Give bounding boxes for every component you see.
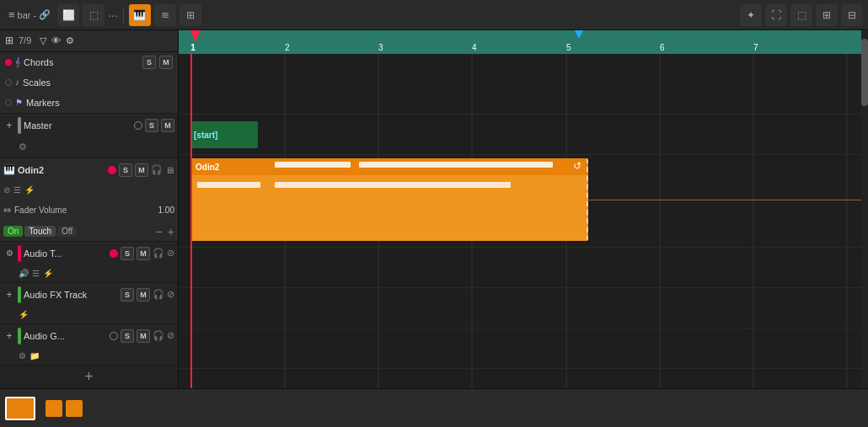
odin2-track-row: 🎹 Odin2 S M 🎧 🖥 ⊘ ☰ ⚡ ⇔ Fader Volume 1.0…	[0, 158, 178, 242]
fit-btn[interactable]: ⬚	[790, 4, 812, 26]
master-sub-row: ⚙	[0, 137, 178, 157]
odin2-clip[interactable]: Odin2 ↺	[190, 158, 588, 241]
plus-btn[interactable]: +	[168, 225, 174, 238]
on-btn[interactable]: On	[3, 226, 23, 237]
audiofx-fx-icon: ⚡	[19, 310, 29, 319]
layout-btn-2[interactable]: ⊟	[841, 4, 863, 26]
fader-row: ⇔ Fader Volume 1.00	[0, 199, 178, 222]
odin2-record-dot[interactable]	[108, 166, 116, 174]
scrollbar-thumb[interactable]	[861, 39, 868, 106]
ruler-2: 2	[285, 43, 290, 52]
chords-s-btn[interactable]: S	[142, 56, 156, 69]
start-clip-bg: [start]	[190, 121, 258, 148]
master-color-bar	[18, 117, 21, 134]
audiogroup-s-btn[interactable]: S	[121, 329, 134, 343]
odin2-headphone-icon[interactable]: 🎧	[151, 164, 163, 175]
mini-clip-2[interactable]	[66, 400, 83, 417]
settings-icon[interactable]: ⚙	[66, 35, 74, 46]
odin2-m-btn[interactable]: M	[135, 163, 148, 177]
markers-track-row: ⚑ Markers	[0, 93, 178, 113]
audiofx-headphone-icon[interactable]: 🎧	[153, 289, 164, 300]
odin2-clip-body	[190, 175, 588, 241]
grid-btn[interactable]: ⊞	[179, 4, 201, 26]
bottom-bar	[0, 388, 868, 427]
fader-icon: ⇔	[3, 205, 11, 216]
audiofx-s-btn[interactable]: S	[121, 288, 134, 302]
start-clip[interactable]: [start]	[190, 121, 258, 148]
piano-roll-btn[interactable]: 🎹	[129, 4, 151, 26]
audio-headphone-icon[interactable]: 🎧	[153, 248, 164, 259]
timeline-ruler[interactable]: 1 2 3 4 5 6 7	[179, 30, 861, 54]
audiogroup-record-dot[interactable]	[110, 332, 118, 340]
fader-label: Fader Volume	[14, 205, 146, 215]
master-track-row: + Master S M ⚙	[0, 114, 178, 158]
master-m-btn[interactable]: M	[161, 119, 174, 132]
touch-btn-ctrl[interactable]: Touch	[24, 226, 56, 237]
ruler-4: 4	[472, 43, 477, 52]
audiogroup-phase-icon[interactable]: ⊘	[167, 330, 174, 341]
toolbar-right: ✦ ⛶ ⬚ ⊞ ⊟	[740, 4, 863, 26]
audio-lane	[179, 248, 861, 288]
chords-m-btn[interactable]: M	[159, 56, 173, 69]
audiogroup-headphone-icon[interactable]: 🎧	[153, 330, 164, 341]
wave-btn[interactable]: ≋	[154, 4, 176, 26]
note-bar-1	[275, 162, 351, 168]
audiofx-lane	[179, 288, 861, 328]
audio-phase-icon[interactable]: ⊘	[167, 248, 174, 259]
eye-icon[interactable]: 👁	[51, 35, 61, 45]
minus-btn[interactable]: −	[156, 225, 163, 238]
title-bar: ≡ bar - 🔗	[5, 7, 54, 23]
track-count: 7/9	[19, 35, 31, 45]
audiogroup-color-bar	[18, 328, 21, 344]
audiogroup-folder-icon: 📁	[29, 351, 40, 360]
vertical-scrollbar[interactable]	[861, 30, 868, 388]
audio-record-dot[interactable]	[110, 249, 118, 258]
odin2-s-btn[interactable]: S	[119, 163, 132, 177]
master-record-dot[interactable]	[134, 121, 142, 130]
audio-track-name: Audio T...	[24, 248, 107, 259]
view-btn-1[interactable]: ⬜	[57, 4, 79, 26]
odin2-extend-line	[588, 200, 861, 200]
audio-sub-icons: 🔊 ☰ ⚡	[0, 265, 178, 282]
more-dots[interactable]: ···	[108, 8, 118, 22]
ruler-6: 6	[660, 43, 665, 52]
layout-btn-1[interactable]: ⊞	[816, 4, 838, 26]
audiogroup-track-main: + Audio G... S M 🎧 ⊘	[0, 324, 178, 348]
start-clip-label: [start]	[194, 131, 217, 140]
mini-clips-group	[46, 400, 83, 417]
scales-track-row: ♪ Scales	[0, 72, 178, 93]
audiogroup-lane	[179, 328, 861, 369]
audio-m-btn[interactable]: M	[137, 247, 150, 260]
view-btn-2[interactable]: ⬚	[83, 4, 104, 26]
audio-s-btn[interactable]: S	[121, 247, 134, 260]
chords-name: Chords	[24, 57, 139, 67]
audiogroup-m-btn[interactable]: M	[137, 329, 150, 343]
odin2-monitor-icon[interactable]: 🖥	[165, 165, 174, 175]
audiofx-m-btn[interactable]: M	[137, 288, 150, 302]
scales-dot	[5, 79, 12, 86]
master-s-btn[interactable]: S	[145, 119, 158, 132]
note-bar-2	[359, 162, 553, 168]
audiofx-track-row: + Audio FX Track S M 🎧 ⊘ ⚡	[0, 283, 178, 324]
meta-tracks-group: 𝄞 Chords S M ♪ Scales ⚑ Markers	[0, 52, 178, 114]
sparkle-btn[interactable]: ✦	[740, 4, 762, 26]
ruler-1: 1	[190, 42, 196, 52]
separator-1	[123, 7, 124, 24]
bar-icon: ≡	[8, 8, 15, 21]
mini-clip-selected[interactable]	[5, 397, 35, 420]
main-area: ⊞ 7/9 ▽ 👁 ⚙ 𝄞 Chords S M ♪ Scales ⚑	[0, 30, 868, 388]
filter-icon[interactable]: ▽	[40, 35, 46, 46]
audio-add-btn[interactable]: ⚙	[3, 248, 15, 259]
add-track-btn[interactable]: +	[0, 366, 178, 388]
fader-value: 1.00	[149, 205, 174, 215]
track-panel: ⊞ 7/9 ▽ 👁 ⚙ 𝄞 Chords S M ♪ Scales ⚑	[0, 30, 179, 388]
audiogroup-track-row: + Audio G... S M 🎧 ⊘ ⚙ 📁	[0, 324, 178, 366]
audiofx-add-btn[interactable]: +	[3, 289, 15, 301]
odin2-instrument-icon: 🎹	[3, 164, 15, 175]
off-btn[interactable]: Off	[57, 226, 77, 237]
master-add-btn[interactable]: +	[3, 120, 15, 131]
expand-btn[interactable]: ⛶	[765, 4, 787, 26]
audiogroup-add-btn[interactable]: +	[3, 330, 15, 342]
audiofx-phase-icon[interactable]: ⊘	[167, 289, 174, 300]
mini-clip-1[interactable]	[46, 400, 62, 417]
